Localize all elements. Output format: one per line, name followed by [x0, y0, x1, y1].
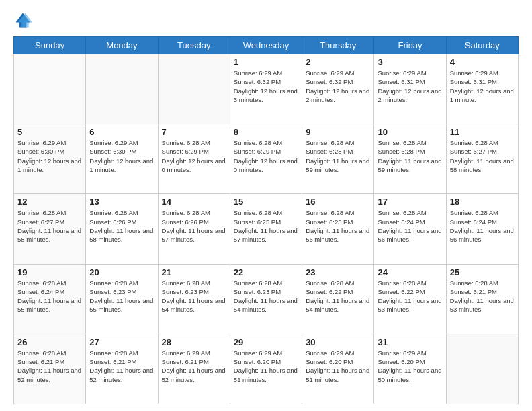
day-number: 6: [89, 127, 154, 137]
day-number: 19: [17, 267, 82, 277]
day-info: Sunrise: 6:28 AM Sunset: 6:22 PM Dayligh…: [306, 279, 370, 314]
day-info: Sunrise: 6:28 AM Sunset: 6:24 PM Dayligh…: [17, 279, 82, 314]
calendar-cell: 7Sunrise: 6:28 AM Sunset: 6:29 PM Daylig…: [158, 124, 230, 194]
weekday-header-sunday: Sunday: [14, 37, 86, 54]
day-info: Sunrise: 6:29 AM Sunset: 6:21 PM Dayligh…: [162, 349, 226, 384]
day-number: 1: [234, 57, 298, 67]
calendar-cell: 3Sunrise: 6:29 AM Sunset: 6:31 PM Daylig…: [374, 54, 446, 124]
weekday-header-wednesday: Wednesday: [230, 37, 302, 54]
day-number: 28: [162, 337, 226, 347]
weekday-header-row: SundayMondayTuesdayWednesdayThursdayFrid…: [14, 37, 519, 54]
day-info: Sunrise: 6:29 AM Sunset: 6:20 PM Dayligh…: [234, 349, 298, 384]
calendar-cell: 17Sunrise: 6:28 AM Sunset: 6:24 PM Dayli…: [374, 194, 446, 264]
day-info: Sunrise: 6:28 AM Sunset: 6:21 PM Dayligh…: [89, 349, 154, 384]
day-info: Sunrise: 6:28 AM Sunset: 6:29 PM Dayligh…: [162, 138, 226, 174]
calendar-cell: 2Sunrise: 6:29 AM Sunset: 6:32 PM Daylig…: [302, 54, 374, 124]
calendar-cell: [158, 54, 230, 124]
day-info: Sunrise: 6:28 AM Sunset: 6:21 PM Dayligh…: [450, 279, 515, 314]
day-number: 17: [378, 197, 442, 207]
calendar-cell: 13Sunrise: 6:28 AM Sunset: 6:26 PM Dayli…: [86, 194, 158, 264]
logo: [13, 11, 35, 30]
week-row-2: 12Sunrise: 6:28 AM Sunset: 6:27 PM Dayli…: [14, 194, 519, 264]
day-number: 24: [378, 267, 442, 277]
logo-icon: [13, 11, 32, 30]
calendar-cell: 12Sunrise: 6:28 AM Sunset: 6:27 PM Dayli…: [14, 194, 86, 264]
day-info: Sunrise: 6:28 AM Sunset: 6:23 PM Dayligh…: [89, 279, 154, 314]
day-number: 29: [234, 337, 298, 347]
weekday-header-saturday: Saturday: [446, 37, 518, 54]
calendar-cell: 21Sunrise: 6:28 AM Sunset: 6:23 PM Dayli…: [158, 264, 230, 334]
day-number: 13: [89, 197, 154, 207]
day-number: 11: [450, 127, 515, 137]
calendar-cell: 15Sunrise: 6:28 AM Sunset: 6:25 PM Dayli…: [230, 194, 302, 264]
day-info: Sunrise: 6:29 AM Sunset: 6:32 PM Dayligh…: [234, 68, 298, 104]
day-number: 26: [17, 337, 82, 347]
day-number: 23: [306, 267, 370, 277]
day-number: 27: [89, 337, 154, 347]
week-row-1: 5Sunrise: 6:29 AM Sunset: 6:30 PM Daylig…: [14, 124, 519, 194]
calendar-cell: 1Sunrise: 6:29 AM Sunset: 6:32 PM Daylig…: [230, 54, 302, 124]
day-info: Sunrise: 6:29 AM Sunset: 6:31 PM Dayligh…: [450, 68, 515, 104]
day-number: 22: [234, 267, 298, 277]
calendar-table: SundayMondayTuesdayWednesdayThursdayFrid…: [13, 36, 519, 404]
day-info: Sunrise: 6:28 AM Sunset: 6:22 PM Dayligh…: [378, 279, 442, 314]
calendar-cell: 29Sunrise: 6:29 AM Sunset: 6:20 PM Dayli…: [230, 334, 302, 404]
week-row-4: 26Sunrise: 6:28 AM Sunset: 6:21 PM Dayli…: [14, 334, 519, 404]
day-info: Sunrise: 6:28 AM Sunset: 6:21 PM Dayligh…: [17, 349, 82, 384]
calendar-cell: [14, 54, 86, 124]
calendar-cell: 5Sunrise: 6:29 AM Sunset: 6:30 PM Daylig…: [14, 124, 86, 194]
calendar-cell: 27Sunrise: 6:28 AM Sunset: 6:21 PM Dayli…: [86, 334, 158, 404]
weekday-header-monday: Monday: [86, 37, 158, 54]
day-info: Sunrise: 6:28 AM Sunset: 6:26 PM Dayligh…: [89, 208, 154, 244]
weekday-header-thursday: Thursday: [302, 37, 374, 54]
calendar-cell: 25Sunrise: 6:28 AM Sunset: 6:21 PM Dayli…: [446, 264, 518, 334]
day-info: Sunrise: 6:28 AM Sunset: 6:27 PM Dayligh…: [17, 208, 82, 244]
day-info: Sunrise: 6:29 AM Sunset: 6:32 PM Dayligh…: [306, 68, 370, 104]
calendar-cell: 23Sunrise: 6:28 AM Sunset: 6:22 PM Dayli…: [302, 264, 374, 334]
day-number: 25: [450, 267, 515, 277]
day-number: 31: [378, 337, 442, 347]
day-info: Sunrise: 6:29 AM Sunset: 6:31 PM Dayligh…: [378, 68, 442, 104]
day-info: Sunrise: 6:28 AM Sunset: 6:28 PM Dayligh…: [378, 138, 442, 174]
calendar-cell: [86, 54, 158, 124]
day-info: Sunrise: 6:28 AM Sunset: 6:25 PM Dayligh…: [306, 208, 370, 244]
day-info: Sunrise: 6:28 AM Sunset: 6:28 PM Dayligh…: [306, 138, 370, 174]
header: [13, 11, 519, 30]
calendar-cell: 19Sunrise: 6:28 AM Sunset: 6:24 PM Dayli…: [14, 264, 86, 334]
week-row-0: 1Sunrise: 6:29 AM Sunset: 6:32 PM Daylig…: [14, 54, 519, 124]
week-row-3: 19Sunrise: 6:28 AM Sunset: 6:24 PM Dayli…: [14, 264, 519, 334]
day-info: Sunrise: 6:28 AM Sunset: 6:26 PM Dayligh…: [162, 208, 226, 244]
calendar-cell: 30Sunrise: 6:29 AM Sunset: 6:20 PM Dayli…: [302, 334, 374, 404]
calendar-cell: 18Sunrise: 6:28 AM Sunset: 6:24 PM Dayli…: [446, 194, 518, 264]
day-number: 7: [162, 127, 226, 137]
day-number: 16: [306, 197, 370, 207]
calendar-cell: 6Sunrise: 6:29 AM Sunset: 6:30 PM Daylig…: [86, 124, 158, 194]
day-info: Sunrise: 6:28 AM Sunset: 6:25 PM Dayligh…: [234, 208, 298, 244]
day-info: Sunrise: 6:28 AM Sunset: 6:29 PM Dayligh…: [234, 138, 298, 174]
day-number: 3: [378, 57, 442, 67]
day-number: 30: [306, 337, 370, 347]
calendar-cell: 8Sunrise: 6:28 AM Sunset: 6:29 PM Daylig…: [230, 124, 302, 194]
day-number: 10: [378, 127, 442, 137]
calendar-cell: 14Sunrise: 6:28 AM Sunset: 6:26 PM Dayli…: [158, 194, 230, 264]
day-number: 12: [17, 197, 82, 207]
calendar-cell: 26Sunrise: 6:28 AM Sunset: 6:21 PM Dayli…: [14, 334, 86, 404]
day-info: Sunrise: 6:28 AM Sunset: 6:27 PM Dayligh…: [450, 138, 515, 174]
day-number: 4: [450, 57, 515, 67]
calendar-cell: 11Sunrise: 6:28 AM Sunset: 6:27 PM Dayli…: [446, 124, 518, 194]
calendar-cell: 9Sunrise: 6:28 AM Sunset: 6:28 PM Daylig…: [302, 124, 374, 194]
calendar-cell: 24Sunrise: 6:28 AM Sunset: 6:22 PM Dayli…: [374, 264, 446, 334]
day-info: Sunrise: 6:28 AM Sunset: 6:24 PM Dayligh…: [450, 208, 515, 244]
day-number: 5: [17, 127, 82, 137]
calendar-cell: [446, 334, 518, 404]
calendar-cell: 20Sunrise: 6:28 AM Sunset: 6:23 PM Dayli…: [86, 264, 158, 334]
day-info: Sunrise: 6:29 AM Sunset: 6:20 PM Dayligh…: [378, 349, 442, 384]
weekday-header-friday: Friday: [374, 37, 446, 54]
day-info: Sunrise: 6:29 AM Sunset: 6:30 PM Dayligh…: [17, 138, 82, 174]
day-number: 21: [162, 267, 226, 277]
calendar-cell: 4Sunrise: 6:29 AM Sunset: 6:31 PM Daylig…: [446, 54, 518, 124]
day-number: 2: [306, 57, 370, 67]
day-info: Sunrise: 6:28 AM Sunset: 6:24 PM Dayligh…: [378, 208, 442, 244]
day-number: 8: [234, 127, 298, 137]
day-number: 15: [234, 197, 298, 207]
